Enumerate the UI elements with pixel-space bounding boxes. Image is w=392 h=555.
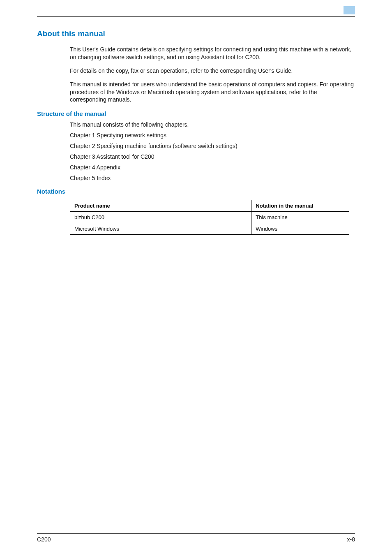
- table-cell-product: Microsoft Windows: [70, 223, 251, 235]
- page-footer: C200 x-8: [37, 533, 355, 543]
- footer-model: C200: [37, 536, 51, 543]
- table-cell-notation: This machine: [251, 212, 349, 223]
- table-header-notation: Notation in the manual: [251, 200, 349, 212]
- table-cell-product: bizhub C200: [70, 212, 251, 223]
- table-header-product-name: Product name: [70, 200, 251, 212]
- footer-page-number: x-8: [347, 536, 355, 543]
- chapter-5-line: Chapter 5 Index: [70, 175, 355, 181]
- chapter-3-line: Chapter 3 Assistant tool for C200: [70, 153, 355, 160]
- structure-intro: This manual consists of the following ch…: [70, 121, 355, 128]
- heading-about-this-manual: About this manual: [37, 29, 355, 38]
- heading-structure-of-manual: Structure of the manual: [37, 110, 355, 117]
- corner-accent-box: [344, 6, 355, 14]
- chapter-2-line: Chapter 2 Specifying machine functions (…: [70, 143, 355, 149]
- table-row: Microsoft Windows Windows: [70, 223, 349, 235]
- about-para-1: This User's Guide contains details on sp…: [70, 46, 355, 61]
- notations-table: Product name Notation in the manual bizh…: [70, 200, 349, 235]
- table-row: bizhub C200 This machine: [70, 212, 349, 223]
- chapter-1-line: Chapter 1 Specifying network settings: [70, 132, 355, 139]
- table-cell-notation: Windows: [251, 223, 349, 235]
- about-para-2: For details on the copy, fax or scan ope…: [70, 67, 355, 75]
- chapter-4-line: Chapter 4 Appendix: [70, 164, 355, 171]
- table-header-row: Product name Notation in the manual: [70, 200, 349, 212]
- about-para-3: This manual is intended for users who un…: [70, 81, 355, 104]
- heading-notations: Notations: [37, 188, 355, 195]
- header-rule: [37, 16, 355, 17]
